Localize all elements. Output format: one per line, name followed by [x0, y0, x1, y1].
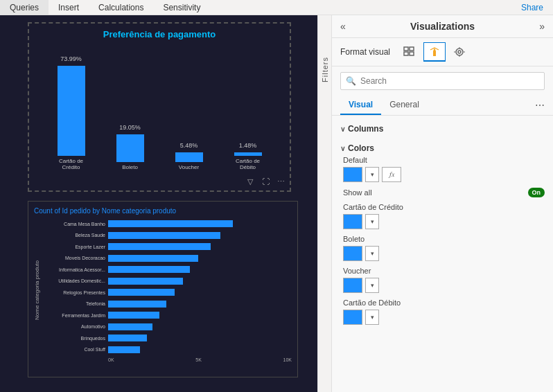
voucher-color-control: ▾ [343, 278, 545, 293]
format-grid-btn[interactable] [398, 42, 421, 62]
viz-header: « Visualizations » [332, 15, 553, 38]
bar-chart-toolbar: ▽ ⛶ ⋯ [244, 175, 287, 188]
hbar-chart-card: Count of Id pedido by Nome categoria pro… [28, 201, 298, 377]
viz-title: Visualizations [410, 21, 475, 32]
svg-rect-4 [433, 51, 436, 56]
color-row-cartao-credito: Cartão de Crédito ▾ [343, 203, 545, 229]
boleto-color-control: ▾ [343, 246, 545, 261]
default-fx-btn[interactable]: 𝑓𝑥 [382, 167, 401, 182]
menu-insert[interactable]: Insert [49, 0, 89, 15]
columns-section-header[interactable]: ∨ Columns [340, 121, 545, 136]
viz-tabs: Visual General ⋯ [332, 96, 553, 116]
hbar-chart-title: Count of Id pedido by Nome categoria pro… [34, 207, 292, 215]
bar-col-2: 19.05% Boleto [116, 124, 144, 171]
list-item: Ferramentas Jardim [43, 310, 292, 320]
bar-pct-2: 19.05% [119, 124, 141, 131]
show-all-toggle[interactable]: On [528, 188, 545, 197]
format-paint-btn[interactable] [423, 42, 446, 62]
hbar-content: Nome categoria produto Cama Mesa Banho B… [34, 219, 292, 362]
menu-sensitivity[interactable]: Sensitivity [153, 0, 210, 15]
colors-section-header[interactable]: ∨ Colors [340, 141, 545, 156]
tab-general[interactable]: General [381, 96, 428, 115]
bar-chart-title: Preferência de pagamento [103, 29, 216, 39]
bar-rect-3 [175, 152, 203, 162]
more-icon[interactable]: ⋯ [274, 175, 287, 188]
cartao-credito-swatch[interactable] [343, 214, 362, 229]
bar-pct-3: 5.48% [180, 142, 198, 149]
tabs-more-icon[interactable]: ⋯ [535, 100, 545, 111]
cartao-debito-dropdown[interactable]: ▾ [365, 310, 379, 325]
hbar-x-axis: 0K 5K 10K [43, 357, 292, 362]
format-filter-btn[interactable] [448, 42, 471, 62]
tab-visual[interactable]: Visual [340, 96, 381, 115]
bar-rect-2 [116, 134, 144, 162]
colors-section-label: Colors [348, 143, 374, 153]
hbar-y-label: Nome categoria produto [34, 219, 40, 362]
bar-col-4: 1.48% Cartão deDébito [234, 142, 262, 171]
bar-label-2: Boleto [122, 164, 138, 171]
bar-pct-1: 73.99% [60, 55, 82, 62]
list-item: Brinquedos [43, 333, 292, 343]
list-item: Esporte Lazer [43, 242, 292, 251]
svg-rect-0 [404, 47, 408, 51]
format-toolbar: Format visual [332, 38, 553, 66]
panel-content: ∨ Columns ∨ Colors Default ▾ 𝑓𝑥 [332, 116, 553, 392]
default-color-label: Default [343, 156, 545, 164]
color-row-voucher: Voucher ▾ [343, 267, 545, 293]
bar-col-1: 73.99% Cartão deCrédito [58, 55, 85, 171]
boleto-dropdown[interactable]: ▾ [365, 246, 379, 261]
columns-chevron-icon: ∨ [340, 125, 345, 133]
main-layout: Preferência de pagamento 73.99% Cartão d… [0, 15, 553, 392]
svg-point-6 [458, 51, 461, 53]
list-item: Relogios Presentes [43, 287, 292, 297]
voucher-dropdown[interactable]: ▾ [365, 278, 379, 293]
show-all-row: Show all On [343, 188, 545, 197]
right-panel: « Visualizations » Format visual [331, 15, 553, 392]
list-item: Cool Stuff [43, 345, 292, 355]
search-box: 🔍 [340, 72, 545, 90]
expand-icon[interactable]: » [539, 21, 545, 32]
search-input[interactable] [340, 72, 545, 90]
bar-chart-card: Preferência de pagamento 73.99% Cartão d… [28, 22, 291, 192]
cartao-credito-dropdown[interactable]: ▾ [365, 214, 379, 229]
color-row-cartao-debito: Cartão de Débito ▾ [343, 299, 545, 325]
voucher-swatch[interactable] [343, 278, 362, 293]
svg-point-5 [456, 48, 463, 55]
color-row-boleto: Boleto ▾ [343, 235, 545, 261]
default-color-control: ▾ 𝑓𝑥 [343, 167, 545, 182]
search-icon: 🔍 [346, 76, 356, 86]
list-item: Utilidades Domestic... [43, 276, 292, 286]
filters-strip: Filters [317, 15, 331, 392]
focus-icon[interactable]: ⛶ [259, 175, 272, 188]
default-color-dropdown[interactable]: ▾ [365, 167, 379, 182]
menu-queries[interactable]: Queries [0, 0, 49, 15]
colors-chevron-icon: ∨ [340, 145, 345, 152]
colors-section: Default ▾ 𝑓𝑥 Show all On Cart [340, 156, 545, 325]
bar-pct-4: 1.48% [239, 142, 257, 149]
collapse-icon[interactable]: « [340, 21, 346, 32]
bar-label-1: Cartão deCrédito [59, 158, 83, 171]
bar-rect-4 [234, 152, 262, 156]
boleto-swatch[interactable] [343, 246, 362, 261]
menu-calculations[interactable]: Calculations [89, 0, 153, 15]
cartao-debito-color-control: ▾ [343, 310, 545, 325]
show-all-label: Show all [343, 188, 372, 197]
voucher-label: Voucher [343, 267, 545, 275]
svg-rect-2 [404, 52, 408, 55]
top-menu-bar: Queries Insert Calculations Sensitivity … [0, 0, 553, 15]
bar-col-3: 5.48% Voucher [175, 142, 203, 171]
bar-label-3: Voucher [179, 164, 199, 171]
boleto-label: Boleto [343, 235, 545, 243]
filter-icon[interactable]: ▽ [244, 175, 256, 188]
cartao-debito-swatch[interactable] [343, 310, 362, 325]
list-item: Automotivo [43, 322, 292, 332]
columns-section-label: Columns [348, 124, 383, 134]
menu-share[interactable]: Share [511, 0, 553, 15]
canvas-area: Preferência de pagamento 73.99% Cartão d… [0, 15, 317, 392]
list-item: Informatica Acessor... [43, 265, 292, 274]
color-row-default: Default ▾ 𝑓𝑥 [343, 156, 545, 182]
default-color-swatch[interactable] [343, 167, 362, 182]
cartao-debito-label: Cartão de Débito [343, 299, 545, 307]
cartao-credito-label: Cartão de Crédito [343, 203, 545, 211]
hbar-main: Cama Mesa Banho Beleza Saude Esporte Laz… [43, 219, 292, 362]
